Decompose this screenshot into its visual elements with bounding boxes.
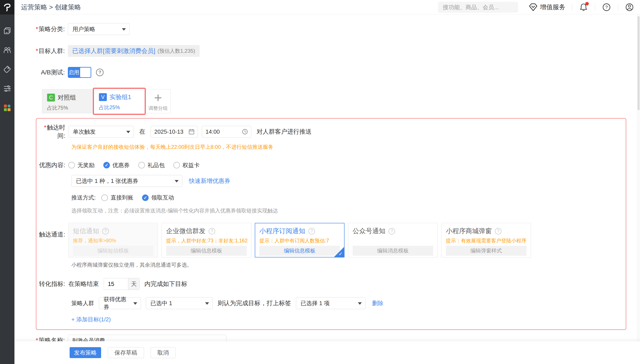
time-picker[interactable] (202, 126, 251, 138)
audience-estimate: (预估人数1,235) (158, 48, 195, 54)
reward-option-giftpack[interactable]: 礼品包 (138, 162, 165, 169)
required-star: * (36, 48, 38, 54)
reward-option-none[interactable]: 无奖励 (68, 162, 95, 169)
experiment-config-section: *触达时间: 单次触发 在 对人群客户进行推送 为保证客户良好的接收短信体验，每… (36, 118, 626, 330)
edit-message-template-button[interactable]: 编辑信息模板 (166, 246, 247, 256)
sidebar-item-members[interactable] (0, 43, 15, 57)
goal-tag-select[interactable]: 已选择 1 项 (296, 297, 366, 309)
channel-tip: 提示：人群中有订阅人数预估:7 (259, 237, 340, 244)
help-icon[interactable]: ? (209, 228, 215, 234)
sidebar-item-settings[interactable] (0, 82, 15, 96)
search-input[interactable] (443, 4, 516, 11)
days-input[interactable] (104, 278, 128, 290)
topbar: 运营策略 > 创建策略 增值服务 (0, 0, 640, 14)
category-select-value: 用户策略 (73, 26, 95, 33)
trigger-type-value: 单次触发 (73, 128, 96, 136)
ab-test-help-icon[interactable]: ? (96, 69, 104, 76)
audience-selected-link[interactable]: 已选择人群[需要刺激消费会员] (72, 47, 155, 55)
value-added-services-label: 增值服务 (540, 3, 565, 12)
chevron-down-icon (358, 302, 362, 305)
help-icon: ? (602, 3, 611, 12)
push-mode-row: 推送方式: 直接到账 ✓ 领取互动 (71, 194, 626, 202)
radio-icon (101, 194, 108, 201)
chevron-down-icon (133, 302, 137, 305)
tag-icon (3, 65, 12, 74)
control-group-name: 对照组 (58, 94, 76, 102)
edit-popup-style-button[interactable]: 编辑弹窗样式 (446, 246, 526, 256)
audience-row: *目标人群: 已选择人群[需要刺激消费会员] (预估人数1,235) (15, 45, 637, 57)
channel-card-official-account[interactable]: 公众号通知 ? 编辑消息模板 (348, 223, 438, 258)
help-button[interactable]: ? (602, 2, 611, 12)
goal-tag-value: 已选择 1 项 (301, 300, 330, 307)
conversion-prefix: 在策略结束 (68, 280, 99, 288)
sidebar-item-tags[interactable] (0, 62, 15, 76)
sidebar-item-apps[interactable] (0, 100, 15, 115)
category-select[interactable]: 用户策略 (68, 23, 130, 35)
channel-card-wecom[interactable]: 企业微信群发 ? 提示，人群中好友:73；非好友:1,162 编辑信息模板 (162, 223, 251, 258)
quick-add-coupon-link[interactable]: 快速新增优惠券 (189, 177, 230, 185)
cancel-button[interactable]: 取消 (151, 347, 176, 358)
sidebar-item-pages[interactable] (0, 24, 15, 38)
selected-check-icon: ✓ (334, 247, 344, 257)
notification-badge (585, 2, 589, 6)
adjust-groups-button[interactable]: + 调整分组 (145, 89, 171, 113)
goal-action-value: 获得优惠券 (104, 296, 131, 311)
coupon-select[interactable]: 已选中 1 种，1 张优惠券 (71, 175, 182, 187)
help-icon[interactable]: ? (495, 228, 501, 234)
tab-control-group[interactable]: C 对照组 占比75% (42, 89, 93, 113)
experiment-group-name: 实验组1 (110, 93, 131, 101)
channel-card-mall-popup[interactable]: 小程序商城弹窗 ? 提示：有效展现需要客户登陆小程序 编辑弹窗样式 (441, 223, 531, 258)
trigger-type-select[interactable]: 单次触发 (68, 126, 134, 138)
channel-card-miniprogram-subscribe[interactable]: 小程序订阅通知 ? 提示：人群中有订阅人数预估:7 编辑信息模板 ✓ (255, 223, 345, 258)
sliders-icon (3, 84, 12, 93)
sms-time-warning: 为保证客户良好的接收短信体验，每天晚上22:00到次日早上8:00，不进行短信推… (71, 144, 626, 150)
calendar-icon (189, 128, 195, 135)
publish-strategy-button[interactable]: 发布策略 (70, 347, 101, 358)
help-icon[interactable]: ? (102, 228, 109, 234)
toggle-on-label: 启用 (68, 69, 80, 76)
edit-message-template-button[interactable]: 编辑消息模板 (353, 246, 433, 256)
push-option-direct[interactable]: 直接到账 (101, 194, 133, 202)
help-icon[interactable]: ? (388, 228, 395, 234)
delete-goal-link[interactable]: 删除 (372, 300, 383, 307)
edit-message-template-button[interactable]: 编辑信息模板 (259, 246, 340, 256)
push-option-interactive[interactable]: ✓ 领取互动 (142, 194, 174, 202)
reach-time-suffix: 对人群客户进行推送 (257, 128, 312, 136)
channels-note: 小程序商城弹窗仅独立使用，其余消息通道可多选。 (71, 262, 626, 268)
ab-test-label: A/B测试: (15, 68, 68, 76)
category-label: *策略分类: (15, 25, 68, 33)
chevron-down-icon (126, 131, 130, 133)
annotation-highlight-experiment-tab: V 实验组1 占比25% (93, 88, 146, 115)
goal-action-select[interactable]: 获得优惠券 (99, 297, 141, 309)
days-input-group: 天 (104, 278, 140, 290)
global-search[interactable] (438, 2, 518, 13)
adjust-groups-label: 调整分组 (148, 105, 168, 112)
tab-experiment-group[interactable]: V 实验组1 占比25% (94, 89, 145, 114)
account-button[interactable] (625, 2, 634, 12)
value-added-services-button[interactable]: 增值服务 (529, 2, 565, 12)
reward-options: 无奖励 ✓ 优惠券 礼品包 权益卡 (68, 162, 200, 169)
coupon-select-value: 已选中 1 种，1 张优惠券 (76, 177, 138, 185)
scrollbar-track[interactable] (637, 14, 640, 364)
channel-tip: 提示，人群中好友:73；非好友:1,162 (166, 237, 247, 244)
reward-option-coupon[interactable]: ✓ 优惠券 (103, 162, 130, 169)
help-icon[interactable]: ? (308, 228, 315, 234)
clock-icon (242, 128, 248, 135)
add-goal-link[interactable]: + 添加目标(1/2) (71, 316, 111, 323)
notifications-button[interactable] (579, 2, 588, 12)
radio-icon (173, 162, 180, 168)
coupon-select-row: 已选中 1 种，1 张优惠券 快速新增优惠券 (71, 175, 626, 187)
goal-selected-select[interactable]: 已选中 1 (146, 297, 213, 309)
chevron-down-icon (122, 28, 126, 30)
ab-test-toggle[interactable]: 启用 (68, 67, 91, 78)
channel-card-sms[interactable]: 短信通知 ? 推荐，通知率>80% 编辑短信模板 (68, 223, 158, 258)
reward-option-benefit-card[interactable]: 权益卡 (173, 162, 200, 169)
app-logo[interactable] (0, 0, 15, 14)
save-draft-button[interactable]: 保存草稿 (108, 347, 144, 358)
date-picker[interactable] (151, 126, 198, 138)
divider (572, 4, 572, 10)
scrollbar-thumb[interactable] (637, 16, 639, 110)
control-group-badge: C (47, 94, 55, 102)
sidebar (0, 14, 15, 364)
edit-sms-template-button[interactable]: 编辑短信模板 (73, 246, 153, 256)
